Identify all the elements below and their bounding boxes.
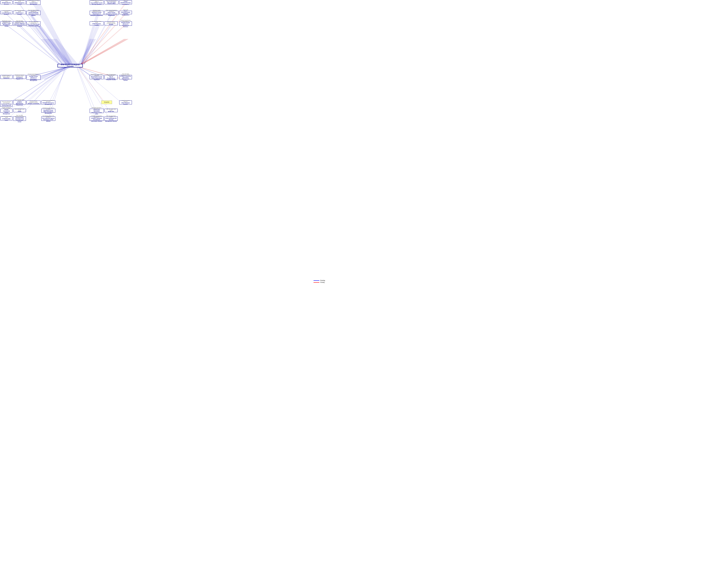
- svg-line-158: [82, 39, 128, 64]
- node-type-nysdot-bridge: New York State Bridge Authority Sta: [27, 21, 40, 24]
- svg-line-152: [80, 39, 96, 64]
- node-nysp-emergency: New York State Police NYSP NYSP Emergenc…: [13, 0, 26, 4]
- node-nysta-soc: New York State Thruway Authority Sta NYS…: [26, 11, 40, 15]
- svg-line-35: [82, 25, 99, 64]
- svg-line-138: [82, 39, 90, 64]
- svg-line-127: [53, 39, 75, 64]
- node-type-dutchess-county: Dutchess County Department of Fire: [90, 10, 103, 12]
- svg-line-126: [53, 39, 74, 64]
- node-rockland-county: Rockland County Office of Fire and E RCD…: [41, 100, 55, 104]
- node-columbia-county: Columbia County Emergency Manage UETMO: [104, 21, 118, 25]
- svg-line-163: [36, 67, 64, 80]
- svg-line-106: [45, 39, 67, 64]
- node-type-nysp-emergency: New York State Police NYSP: [14, 0, 25, 2]
- node-nysp-troop-t: New York State Police NYSP NYSP Troop T …: [13, 11, 26, 14]
- svg-line-141: [83, 39, 91, 64]
- node-type-nysta-soc: New York State Thruway Authority Sta: [27, 10, 40, 12]
- svg-line-142: [83, 39, 92, 64]
- node-nysdot-ets: NYSDOT Department of Trans NYSDOT-811 EL…: [0, 0, 12, 4]
- svg-line-118: [50, 39, 71, 64]
- svg-line-103: [44, 39, 65, 64]
- svg-line-149: [79, 39, 95, 64]
- node-dutchess-county: Dutchess County Department of Fire Dutch…: [90, 11, 104, 15]
- node-type-nysp-portable-radio: New York State Police NYSP: [1, 116, 12, 118]
- node-name-nysp-airport: New York State Airports Office: [105, 2, 118, 4]
- svg-line-20: [32, 26, 67, 64]
- node-westchester-em: Westchester County Emergency Man Emergen…: [13, 75, 26, 79]
- node-local-govt: Local Government Agencies Local Emergenc…: [0, 11, 12, 14]
- svg-line-131: [55, 39, 76, 64]
- node-coach-usa2: Coach USA Coach USA/Adirondack Coaches H…: [119, 11, 132, 14]
- svg-line-94: [20, 25, 60, 64]
- svg-line-157: [82, 39, 128, 64]
- node-coach-usa: Coach USA Coach USA/Shortline Bus Invest…: [119, 0, 132, 4]
- legend-item-routing: Routing: [313, 280, 325, 281]
- svg-line-132: [55, 39, 77, 64]
- svg-line-140: [82, 39, 91, 64]
- node-type-private-tow: Private Tow Wreckers and Cleanup $: [1, 101, 12, 103]
- svg-line-114: [48, 39, 70, 64]
- node-name-private-commercial: Private Commercial Vehicle Management: [1, 109, 12, 115]
- svg-line-76: [17, 67, 65, 112]
- svg-line-23: [35, 26, 68, 64]
- svg-line-25: [36, 26, 68, 64]
- connections-svg: [0, 0, 364, 285]
- svg-line-137: [81, 39, 90, 64]
- node-putnam-county: Putnam County Bureau of Emergency Putnam…: [119, 21, 132, 26]
- node-type-orange-county: Orange County Division of Emergenc: [27, 73, 40, 76]
- svg-line-92: [7, 25, 59, 64]
- node-type-nysp-oac: New York State Police NYSP: [105, 108, 117, 111]
- node-westchester-pd: Westchester County Police Departme Westc…: [90, 75, 104, 79]
- node-nysdot-tmc: NYSDOT Region 8 Hudson Valley Tx Transpo…: [26, 0, 40, 5]
- svg-line-128: [54, 39, 75, 64]
- node-nysp-statewide: New York State Police NYSP NYSP Statewid…: [104, 116, 118, 121]
- node-type-local-govt: Local Government Agencies: [1, 10, 12, 12]
- node-panynj: Port Authority of New York and New J Por…: [41, 116, 55, 121]
- svg-line-148: [79, 39, 94, 64]
- node-type-local-govt2: Local Government Agencies: [120, 100, 131, 102]
- svg-line-143: [83, 39, 92, 64]
- node-name-panynj: Port Authority Agency Operations Center …: [42, 118, 54, 122]
- svg-line-29: [39, 26, 70, 64]
- svg-line-72: [48, 67, 67, 105]
- node-type-nysdot-tmc: NYSDOT Region 8 Hudson Valley Tx: [27, 0, 40, 2]
- svg-line-108: [46, 39, 67, 64]
- svg-line-21: [33, 26, 67, 64]
- node-private-tow: Private Tow Wreckers and Cleanup $ Contr…: [0, 100, 12, 107]
- node-type-multimodal: Multimodal Operations Information Ce: [90, 107, 103, 109]
- svg-line-133: [56, 39, 77, 64]
- node-nysp-maintenance: New York State Police NYSP NYSDOT Mainte…: [13, 100, 26, 104]
- svg-line-120: [51, 39, 72, 64]
- node-westchester-tmc: Westchester County Department of P NYSDO…: [0, 21, 12, 26]
- svg-line-93: [20, 25, 60, 64]
- node-type-westchester-pd: Westchester County Police Departme: [90, 74, 103, 76]
- svg-line-144: [84, 39, 93, 64]
- svg-line-150: [79, 39, 95, 64]
- svg-line-22: [34, 26, 67, 64]
- node-ulster-county: Ulster County Emergency Services D Ulste…: [104, 11, 118, 15]
- svg-line-129: [54, 39, 76, 64]
- svg-line-6: [38, 4, 71, 64]
- node-nysp-oac: New York State Police NYSP NYSP OAC: [104, 109, 118, 112]
- svg-line-146: [78, 39, 93, 64]
- svg-line-8: [40, 4, 72, 64]
- node-type-westchester-em: Westchester County Emergency Man: [14, 74, 25, 77]
- node-type-ulster-county: Ulster County Emergency Services D: [105, 10, 118, 12]
- node-nysdot-bridge: New York State Bridge Authority Sta New …: [26, 21, 40, 26]
- node-name-nysdot-region-facility: Airport/Public Facility Security Systems: [90, 2, 103, 5]
- svg-line-32: [81, 25, 96, 64]
- svg-line-155: [81, 39, 126, 64]
- node-type-nysp-troop-t: New York State Police NYSP: [14, 10, 25, 12]
- svg-line-4: [36, 4, 71, 64]
- node-name-nysp-dispatch-facility: NYSP Dispatch Facility: [90, 23, 103, 26]
- svg-line-71: [30, 67, 67, 105]
- node-type-columbia-county2: Columbia County Emergency Bureau: [27, 100, 40, 103]
- node-name-nysp-oac: NYSP OAC: [108, 111, 114, 112]
- svg-line-57: [44, 67, 69, 79]
- svg-line-33: [81, 25, 97, 64]
- svg-line-115: [49, 39, 70, 64]
- svg-line-110: [47, 39, 68, 64]
- node-hospitals: Hospitals: [101, 100, 112, 104]
- svg-line-123: [52, 39, 73, 64]
- svg-line-3: [36, 4, 70, 64]
